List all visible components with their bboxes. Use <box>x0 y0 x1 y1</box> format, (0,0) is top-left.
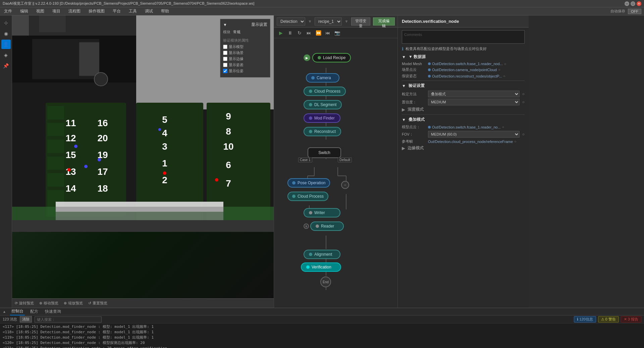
search-input[interactable] <box>35 316 102 322</box>
console-tab-recipe[interactable]: 配方 <box>29 308 40 315</box>
svg-text:18: 18 <box>97 183 108 194</box>
depth-section[interactable]: ▶ 深度模式 <box>402 107 525 112</box>
menu-flowchart[interactable]: 流程图 <box>67 8 82 15</box>
msg-count: 123 消息 <box>3 317 17 322</box>
svg-rect-12 <box>47 140 64 153</box>
menu-tools[interactable]: 工具 <box>127 8 138 15</box>
model-mesh-row: Model Mesh Out/Detection.switch.fcase_1.… <box>402 62 525 66</box>
alignment-node[interactable]: Alignment <box>304 250 340 259</box>
camera-node[interactable]: Camera <box>306 73 339 83</box>
link-icon[interactable]: ○ <box>498 68 500 71</box>
refresh-btn[interactable]: ↻ <box>296 29 304 37</box>
fov-row: FOV： MEDIUM (60.0) ○ <box>402 131 525 138</box>
move-preview[interactable]: ⊕ 移动预览 <box>39 301 58 306</box>
svg-text:8: 8 <box>226 126 231 137</box>
link-icon[interactable]: ○ <box>514 140 516 143</box>
load-recipe-box[interactable]: Load Recipe <box>312 53 351 62</box>
settings-collapse-icon[interactable]: ▼ <box>223 22 227 27</box>
sidebar-layers-icon[interactable]: ◈ <box>1 50 11 60</box>
fov-icon[interactable]: ○ <box>522 132 525 137</box>
link-icon[interactable]: ○ <box>502 125 504 129</box>
toggle-off[interactable]: OFF <box>628 9 641 14</box>
link-icon[interactable]: ○ <box>503 74 505 78</box>
svg-text:1: 1 <box>162 158 167 168</box>
fast-forward-btn[interactable]: ⏩ <box>314 29 322 37</box>
complete-edit-btn[interactable]: 完成编辑 <box>373 17 395 26</box>
recipe-select[interactable]: recipe_1 <box>315 17 342 26</box>
zoom-preview[interactable]: ⊗ 缩放预览 <box>64 301 83 306</box>
flow-canvas[interactable]: ▶ Load Recipe Camera Cloud Process <box>274 38 397 308</box>
minimize-button[interactable]: ─ <box>625 1 629 6</box>
menu-help[interactable]: 帮助 <box>160 8 170 15</box>
console-tab-quick[interactable]: 快速查询 <box>44 308 62 315</box>
zoom-icon: ⊗ <box>64 301 67 305</box>
menu-bar: 文件 编辑 视图 项目 流程图 操作视图 平台 工具 调试 帮助 自动保存 OF… <box>0 7 644 15</box>
close-button[interactable]: ✕ <box>637 1 641 6</box>
confidence-select[interactable]: MEDIUM <box>428 99 520 105</box>
dl-segment-node[interactable]: DL Segment <box>304 100 342 109</box>
manage-variables-btn[interactable]: 管理变量 <box>351 17 370 26</box>
pause-btn[interactable]: ⏸ <box>286 29 294 37</box>
load-recipe-node[interactable]: ▶ Load Recipe <box>304 53 351 62</box>
flow-header: Detection ▼ recipe_1 ▼ 管理变量 完成编辑 <box>274 15 397 28</box>
console-line-118: <118> [18:05:25] Detection.mod_finder_no… <box>3 330 641 335</box>
menu-debug[interactable]: 调试 <box>144 8 154 15</box>
svg-text:5: 5 <box>162 114 167 125</box>
camera-label: Camera <box>317 76 331 80</box>
play-btn[interactable]: ▶ <box>277 29 285 37</box>
link-icon[interactable]: ○ <box>504 62 506 66</box>
default-branch-circle: − <box>341 181 349 189</box>
data-source-section[interactable]: ▼ ▼ 数据源 <box>402 54 525 60</box>
switch-node[interactable]: Switch Case 1 Default <box>308 147 341 158</box>
svg-rect-11 <box>47 123 64 136</box>
menu-edit[interactable]: 编辑 <box>19 8 30 15</box>
props-title: Detection.verification_node <box>398 15 529 28</box>
fov-select[interactable]: MEDIUM (60.0) <box>428 131 520 138</box>
step-forward-btn[interactable]: ⏭ <box>305 29 313 37</box>
mod-finder-node[interactable]: Mod Finder <box>304 113 340 123</box>
alignment-label: Alignment <box>314 252 332 257</box>
menu-file[interactable]: 文件 <box>3 8 13 15</box>
menu-view[interactable]: 视图 <box>35 8 46 15</box>
reconstruct-node[interactable]: Reconstruct <box>304 127 341 136</box>
reset-preview[interactable]: ↺ 重置预览 <box>88 301 107 306</box>
menu-opview[interactable]: 操作视图 <box>87 8 106 15</box>
end-node[interactable]: End <box>320 277 331 287</box>
rotate-preview[interactable]: ⟳ 旋转预览 <box>15 301 34 306</box>
clear-btn[interactable]: 清除 <box>20 316 32 322</box>
menu-project[interactable]: 项目 <box>51 8 62 15</box>
reader-icon: s <box>304 223 309 229</box>
maximize-button[interactable]: □ <box>631 1 635 6</box>
menu-platform[interactable]: 平台 <box>111 8 122 15</box>
mode-value: 常规 <box>233 30 240 36</box>
verify-section[interactable]: ▼ 验证设置 <box>402 83 525 89</box>
camera-btn[interactable]: 📷 <box>333 29 341 37</box>
comment-box[interactable]: Comments <box>402 30 525 44</box>
sidebar-pin-icon[interactable]: 📌 <box>1 61 11 70</box>
verify-method-icon[interactable]: ○ <box>522 92 525 96</box>
sidebar-user-icon[interactable]: 👤 <box>1 40 11 49</box>
confidence-icon[interactable]: ○ <box>522 100 525 104</box>
pose-operation-node[interactable]: Pose Operation <box>287 178 330 188</box>
verify-method-select[interactable]: 叠加模式 <box>428 91 520 97</box>
link-dot <box>428 75 431 78</box>
sidebar-camera-icon[interactable]: ◉ <box>1 29 11 38</box>
edge-section[interactable]: ▶ 边缘模式 <box>402 145 525 151</box>
detection-select[interactable]: Detection <box>277 17 305 26</box>
console-tab-main[interactable]: 控制台 <box>10 308 25 315</box>
skip-btn[interactable]: ⏮ <box>324 29 332 37</box>
reader-node[interactable]: s Reader <box>304 221 344 231</box>
overlay-section[interactable]: ▼ 叠加模式 <box>402 117 525 122</box>
assumed-pose-label: 假设姿态 <box>402 73 425 79</box>
viewport-canvas[interactable]: 11 12 15 13 14 16 20 19 17 18 5 4 3 1 2 … <box>12 15 274 308</box>
cloud-process-1-node[interactable]: Cloud Process <box>304 87 346 96</box>
verify-method-row: 检定方法 叠加模式 ○ <box>402 91 525 97</box>
sidebar-cursor-icon[interactable]: ⊹ <box>1 18 11 28</box>
info-row: ℹ 检查具有匹配位姿的模型是否与场景点云对位良好 <box>402 46 525 51</box>
verification-node[interactable]: Verification <box>301 262 341 272</box>
node-dot <box>309 211 312 214</box>
collapse-icon[interactable]: ▲ <box>3 310 6 313</box>
cb-show-scene: 显示场景 <box>223 50 267 55</box>
writer-node[interactable]: Writer <box>304 208 340 217</box>
cloud-process-2-node[interactable]: Cloud Process <box>287 192 328 201</box>
